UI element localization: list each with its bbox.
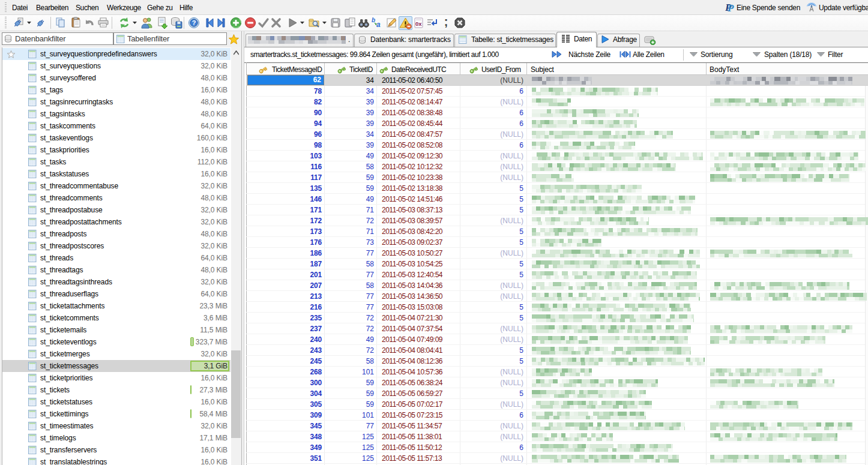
svg-text:0x: 0x <box>415 20 422 27</box>
svg-text:b: b <box>372 17 375 23</box>
svg-text:a: a <box>376 20 381 29</box>
svg-text:?: ? <box>192 19 196 26</box>
svg-text:P: P <box>727 2 734 13</box>
